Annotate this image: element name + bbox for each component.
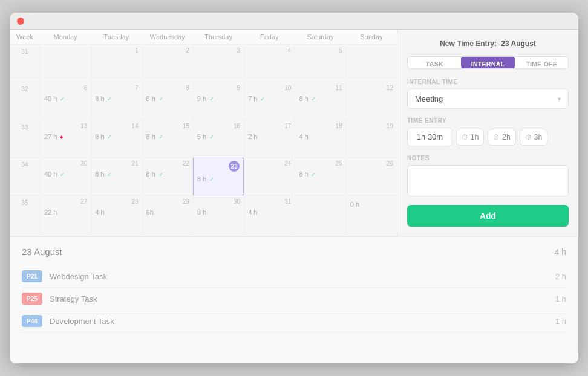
cal-day-cell[interactable]: 184 h [295,120,345,157]
close-button[interactable] [17,18,24,25]
cal-day-cell[interactable]: 2722 h [40,196,91,233]
cal-day-cell[interactable]: 88 h ✓ [142,82,193,119]
cal-day-cell[interactable]: 4 [244,45,295,82]
cal-header-monday: Monday [40,30,91,44]
titlebar [10,13,578,30]
cal-day-cell[interactable]: 19 [346,120,397,157]
cal-day-cell[interactable] [346,45,397,82]
calendar-header: WeekMondayTuesdayWednesdayThursdayFriday… [10,30,397,45]
day-number: 16 [197,123,240,129]
cal-day-cell[interactable]: 165 h ✓ [193,120,244,157]
check-icon: ✓ [157,134,163,140]
day-number: 19 [350,123,393,129]
clock-icon-2h: ⏱ [493,134,500,141]
internal-time-label: INTERNAL TIME [407,79,569,85]
check-icon: ✓ [58,171,65,178]
task-name: Development Task [50,317,555,326]
task-badge: P25 [22,293,42,305]
cal-day-cell[interactable]: 5 [295,45,345,82]
main-window: WeekMondayTuesdayWednesdayThursdayFriday… [10,13,578,363]
check-icon: ✓ [106,171,113,178]
day-number: 15 [146,123,189,129]
cal-day-cell[interactable]: 148 h ✓ [91,120,142,157]
notes-input[interactable] [407,165,569,196]
tab-time-off[interactable]: TIME OFF [515,57,568,68]
cal-day-cell[interactable]: 1327 h ♦ [40,120,91,157]
chevron-down-icon: ▾ [558,96,561,102]
day-hours: 40 h ✓ [44,95,65,102]
time-input[interactable] [407,128,452,146]
cal-day-cell[interactable] [295,196,345,233]
check-icon: ✓ [310,171,316,178]
day-number: 30 [197,198,240,205]
cal-day-cell[interactable]: 2 [142,45,193,82]
internal-time-select[interactable]: Meeting ▾ [407,89,569,109]
task-badge: P44 [22,315,42,327]
cal-day-cell[interactable]: 258 h ✓ [295,158,345,195]
cal-day-cell[interactable]: 172 h [244,120,295,157]
day-number: 22 [146,160,189,167]
cal-day-cell[interactable]: 158 h ✓ [142,120,193,157]
cal-header-wednesday: Wednesday [142,30,193,44]
day-number: 27 [44,198,87,205]
calendar-row: 342040 h ✓218 h ✓228 h ✓238 h ✓24258 h ✓… [10,158,397,195]
quick-time-1h[interactable]: ⏱ 1h [456,129,484,146]
add-button[interactable]: Add [407,205,569,227]
cal-day-cell[interactable]: 314 h [244,196,295,233]
day-number: 1 [95,47,138,54]
week-num: 31 [10,45,40,82]
cal-day-cell[interactable]: 238 h ✓ [193,158,244,195]
tab-internal[interactable]: INTERNAL [461,57,514,68]
day-hours: 8 h ✓ [299,170,316,178]
calendar-row: 3112345 [10,45,397,82]
cal-day-cell[interactable]: 2040 h ✓ [40,158,91,195]
calendar-section: WeekMondayTuesdayWednesdayThursdayFriday… [10,30,397,236]
cal-day-cell[interactable]: 3 [193,45,244,82]
day-hours: 6h [146,209,154,216]
cal-day-cell[interactable]: 284 h [91,196,142,233]
day-hours: 8 h ✓ [146,95,163,102]
day-number: 6 [44,85,87,91]
time-entry-label: TIME ENTRY [407,117,569,124]
cal-day-cell[interactable]: 640 h ✓ [40,82,91,119]
check-icon: ✓ [58,96,65,102]
day-hours: 8 h ✓ [146,170,163,178]
cal-day-cell[interactable]: 107 h ✓ [244,82,295,119]
day-number: 8 [146,85,189,91]
day-hours: 40 h ✓ [44,170,65,178]
calendar-row: 32640 h ✓78 h ✓88 h ✓99 h ✓107 h ✓118 h … [10,82,397,120]
cal-day-cell[interactable]: 1 [91,45,142,82]
calendar-row: 352722 h284 h296h308 h314 h0 h [10,196,397,233]
cal-day-cell[interactable]: 26 [346,158,397,195]
cal-day-cell[interactable]: 296h [142,196,193,233]
cal-day-cell[interactable]: 12 [346,82,397,119]
time-entry-row: ⏱ 1h ⏱ 2h ⏱ 3h [407,128,569,146]
check-icon: ✓ [157,171,163,178]
cal-day-cell[interactable]: 99 h ✓ [193,82,244,119]
cal-header-sunday: Sunday [346,30,397,44]
cal-day-cell[interactable] [40,45,91,82]
cal-day-cell[interactable]: 218 h ✓ [91,158,142,195]
cal-day-cell[interactable]: 78 h ✓ [91,82,142,119]
task-row[interactable]: P44Development Task1 h [22,310,566,332]
cal-day-cell[interactable]: 228 h ✓ [142,158,193,195]
task-row[interactable]: P25Strategy Task1 h [22,288,566,310]
quick-time-3h[interactable]: ⏱ 3h [520,129,547,146]
day-number: 29 [146,198,189,205]
cal-day-cell[interactable]: 118 h ✓ [295,82,345,119]
day-hours: 4 h [248,209,257,216]
tab-task[interactable]: TASK [408,57,461,68]
task-hours: 1 h [555,294,566,303]
cal-day-cell[interactable]: 308 h [193,196,244,233]
day-number: 20 [44,160,87,167]
panel-date: 23 August [501,39,536,48]
day-hours: 9 h ✓ [197,95,214,102]
day-hours: 27 h ♦ [44,133,63,140]
task-row[interactable]: P21Webdesign Task2 h [22,265,566,288]
cal-day-cell[interactable]: 24 [244,158,295,195]
quick-time-2h[interactable]: ⏱ 2h [488,129,515,146]
cal-day-cell[interactable]: 0 h [346,196,397,233]
day-hours: 2 h [248,133,257,140]
cal-header-week: Week [10,30,40,44]
calendar-grid: WeekMondayTuesdayWednesdayThursdayFriday… [10,30,397,236]
